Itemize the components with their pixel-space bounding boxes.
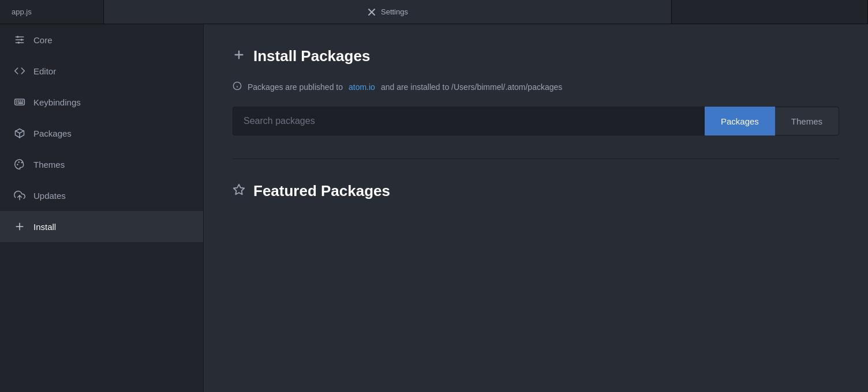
sidebar-item-core-label: Core <box>33 35 53 45</box>
sidebar-item-themes[interactable]: Themes <box>0 149 203 180</box>
tab-appjs-label: app.js <box>12 7 32 16</box>
sidebar-item-core[interactable]: Core <box>0 24 203 55</box>
svg-point-6 <box>21 39 23 40</box>
search-btn-themes[interactable]: Themes <box>775 107 839 135</box>
featured-section-title: Featured Packages <box>253 182 390 200</box>
themes-icon <box>14 159 25 170</box>
svg-rect-8 <box>15 99 25 105</box>
sliders-icon <box>14 34 25 46</box>
sidebar-item-install[interactable]: Install <box>0 211 203 242</box>
info-circle-icon <box>233 81 242 93</box>
star-icon <box>233 183 245 199</box>
svg-point-7 <box>18 42 20 43</box>
sidebar-item-updates[interactable]: Updates <box>0 180 203 211</box>
tab-settings[interactable]: Settings <box>104 0 672 24</box>
sidebar-item-editor-label: Editor <box>33 66 56 76</box>
tab-appjs[interactable]: app.js <box>0 0 104 24</box>
main-layout: Core Editor <box>0 24 868 392</box>
sidebar-item-packages[interactable]: Packages <box>0 118 203 149</box>
install-section-title: Install Packages <box>253 47 370 65</box>
tab-bar: app.js Settings <box>0 0 868 24</box>
atom-io-link[interactable]: atom.io <box>349 82 375 92</box>
search-input[interactable] <box>233 107 705 135</box>
keyboard-icon <box>14 96 25 108</box>
info-text-before: Packages are published to <box>248 82 343 92</box>
search-btn-packages[interactable]: Packages <box>705 107 775 135</box>
plus-icon <box>14 221 25 232</box>
info-text-after: and are installed to /Users/bimmel/.atom… <box>381 82 562 92</box>
sidebar-item-keybindings-label: Keybindings <box>33 97 81 107</box>
svg-point-18 <box>21 162 23 164</box>
featured-packages-section: Featured Packages <box>233 182 839 200</box>
sidebar-item-keybindings[interactable]: Keybindings <box>0 86 203 118</box>
package-icon <box>14 127 25 139</box>
search-btn-group: Packages Themes <box>705 107 839 135</box>
svg-marker-26 <box>234 184 244 194</box>
featured-section-header: Featured Packages <box>233 182 839 200</box>
tab-third[interactable] <box>672 0 868 24</box>
svg-point-17 <box>18 161 20 163</box>
install-title-plus-icon <box>233 48 245 65</box>
svg-point-16 <box>17 164 18 165</box>
svg-point-5 <box>17 36 18 37</box>
sidebar: Core Editor <box>0 24 204 392</box>
search-row: Packages Themes <box>233 107 839 135</box>
settings-icon <box>367 7 376 17</box>
sidebar-item-themes-label: Themes <box>33 160 65 169</box>
install-packages-section: Install Packages Packages are published … <box>233 47 839 159</box>
sidebar-item-install-label: Install <box>33 222 56 232</box>
sidebar-item-updates-label: Updates <box>33 191 66 201</box>
install-section-header: Install Packages <box>233 47 839 65</box>
code-icon <box>14 65 25 77</box>
updates-icon <box>14 190 25 201</box>
tab-settings-label: Settings <box>381 7 408 16</box>
sidebar-item-editor[interactable]: Editor <box>0 55 203 86</box>
main-content: Install Packages Packages are published … <box>204 24 868 392</box>
sidebar-item-packages-label: Packages <box>33 129 72 138</box>
info-row: Packages are published to atom.io and ar… <box>233 81 839 93</box>
